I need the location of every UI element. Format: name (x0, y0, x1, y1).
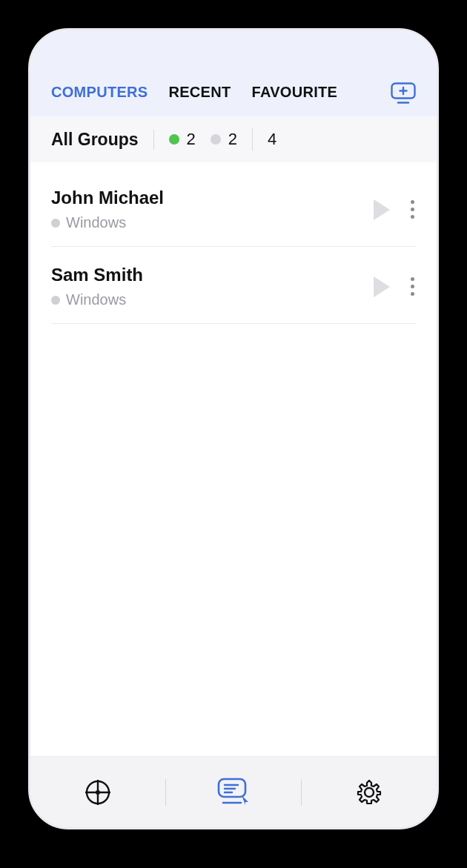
gear-icon (355, 778, 383, 806)
offline-count: 2 (211, 130, 237, 149)
device-meta: John Michael Windows (51, 188, 374, 231)
nav-remote[interactable] (166, 757, 301, 827)
device-row[interactable]: John Michael Windows (51, 170, 416, 247)
nav-settings[interactable] (302, 757, 437, 827)
device-os-label: Windows (66, 291, 126, 308)
plus-monitor-icon (391, 82, 416, 105)
crosshair-icon (84, 778, 112, 806)
online-dot-icon (169, 134, 179, 145)
offline-count-value: 2 (228, 130, 237, 149)
divider (252, 128, 253, 150)
tab-bar: COMPUTERS RECENT FAVOURITE (30, 82, 437, 116)
status-dot-icon (51, 219, 60, 228)
connect-button[interactable] (374, 199, 390, 220)
device-os: Windows (51, 291, 374, 308)
remote-screen-icon (217, 778, 250, 807)
offline-dot-icon (211, 134, 221, 145)
status-dot-icon (51, 296, 60, 305)
device-name: Sam Smith (51, 265, 374, 285)
device-list: John Michael Windows Sam Smith Windows (30, 162, 437, 324)
more-options-button[interactable] (409, 273, 416, 300)
tab-favourite[interactable]: FAVOURITE (252, 84, 338, 101)
group-title: All Groups (51, 130, 154, 150)
total-count: 4 (268, 130, 276, 149)
more-options-button[interactable] (409, 196, 416, 223)
tab-computers[interactable]: COMPUTERS (51, 84, 148, 101)
nav-target[interactable] (30, 757, 165, 827)
device-os-label: Windows (66, 214, 126, 231)
svg-point-13 (365, 788, 374, 797)
group-bar[interactable]: All Groups 2 2 4 (30, 116, 437, 162)
online-count: 2 (169, 130, 196, 149)
add-computer-button[interactable] (391, 82, 416, 102)
total-count-value: 4 (268, 130, 276, 149)
device-name: John Michael (51, 188, 374, 208)
connect-button[interactable] (374, 276, 390, 297)
tab-recent[interactable]: RECENT (168, 84, 231, 101)
header: COMPUTERS RECENT FAVOURITE (30, 30, 437, 116)
bottom-nav (30, 756, 437, 827)
online-count-value: 2 (187, 130, 196, 149)
empty-area (30, 324, 437, 756)
svg-point-7 (96, 790, 100, 795)
device-meta: Sam Smith Windows (51, 265, 374, 308)
device-os: Windows (51, 214, 374, 231)
device-row[interactable]: Sam Smith Windows (51, 247, 416, 324)
phone-frame: COMPUTERS RECENT FAVOURITE All Groups 2 … (28, 28, 439, 829)
